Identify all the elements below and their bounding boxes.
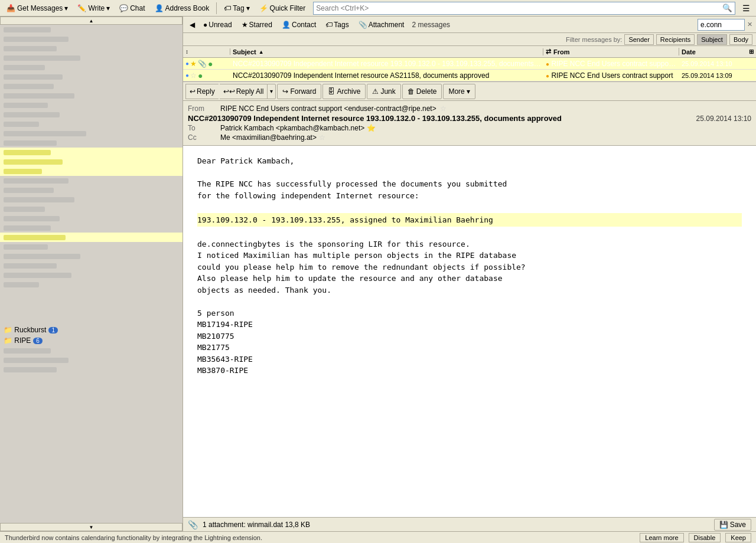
list-item[interactable] <box>0 176 183 185</box>
filter-tags-button[interactable]: 🏷 Tags <box>321 19 353 31</box>
list-item[interactable] <box>0 214 183 223</box>
list-item[interactable] <box>0 53 183 63</box>
msg-subject[interactable]: NCC#2013090709 Independent Internet reso… <box>230 71 543 80</box>
keep-button[interactable]: Keep <box>725 533 751 542</box>
list-item[interactable] <box>0 148 183 157</box>
list-item[interactable] <box>0 34 183 44</box>
list-item[interactable] <box>0 261 183 270</box>
sidebar-folder-ripe[interactable]: 📁 RIPE 6 <box>0 335 183 346</box>
list-item[interactable] <box>0 100 183 110</box>
list-item[interactable] <box>0 355 183 365</box>
get-messages-arrow[interactable]: ▾ <box>64 4 68 12</box>
write-button[interactable]: ✏️ Write ▾ <box>73 1 114 15</box>
sidebar-scroll-up[interactable]: ▲ <box>0 17 183 25</box>
star-icon[interactable]: ☆ <box>190 71 197 80</box>
list-item[interactable] <box>0 185 183 195</box>
filter-unread-button[interactable]: ● Unread <box>199 19 236 31</box>
list-item[interactable] <box>0 63 183 72</box>
star-icon[interactable]: ☆ <box>440 104 447 113</box>
filter-clear-button[interactable]: ✕ <box>747 21 752 28</box>
filter-attachment-button[interactable]: 📎 Attachment <box>354 19 409 31</box>
list-item[interactable] <box>0 72 183 81</box>
msg-from-text: RIPE NCC End Users contract support <box>551 71 673 80</box>
address-book-button[interactable]: 👤 Address Book <box>151 1 214 15</box>
search-input[interactable] <box>314 4 720 12</box>
reply-all-arrow-button[interactable]: ▾ <box>267 84 276 99</box>
write-arrow[interactable]: ▾ <box>106 4 110 12</box>
list-item[interactable] <box>0 91 183 100</box>
col-subject-header[interactable]: Subject ▲ <box>230 48 543 55</box>
save-label: Save <box>730 521 746 529</box>
list-item[interactable] <box>0 270 183 280</box>
email-body[interactable]: Dear Patrick Kambach, The RIPE NCC has s… <box>183 146 756 517</box>
list-item[interactable] <box>0 251 183 261</box>
hamburger-menu-button[interactable]: ☰ <box>739 2 754 14</box>
msg-from[interactable]: ● RIPE NCC End Users contract support <box>543 71 679 80</box>
archive-button[interactable]: 🗄 Archive <box>322 84 366 99</box>
junk-button[interactable]: ⚠ Junk <box>367 84 400 99</box>
table-row[interactable]: ● ☆ ● NCC#2013090709 Independent Interne… <box>183 70 756 81</box>
sidebar-scroll-down[interactable]: ▼ <box>0 523 183 531</box>
delete-icon: 🗑 <box>408 87 415 96</box>
sidebar-folder-ruckburst[interactable]: 📁 Ruckburst 1 <box>0 325 183 335</box>
filterby-row: Filter messages by: Sender Recipients Su… <box>183 33 756 46</box>
list-item[interactable] <box>0 166 183 176</box>
attachment-icon: 📎 <box>188 520 198 529</box>
delete-button[interactable]: 🗑 Delete <box>402 84 442 99</box>
filterby-subject-button[interactable]: Subject <box>697 34 727 45</box>
list-item[interactable] <box>0 365 183 374</box>
msg-subject[interactable]: NCC#2013090709 Independent Internet reso… <box>230 60 543 68</box>
attachment-indicator-icon: 📎 <box>198 60 207 68</box>
list-item[interactable] <box>0 44 183 53</box>
list-item[interactable] <box>0 280 183 289</box>
filterby-sender-button[interactable]: Sender <box>624 34 653 45</box>
read-status-icon: ● <box>185 60 189 67</box>
learn-more-button[interactable]: Learn more <box>640 533 683 542</box>
tag-arrow[interactable]: ▾ <box>246 4 250 12</box>
save-button[interactable]: 💾 Save <box>714 519 751 531</box>
list-item[interactable] <box>0 242 183 251</box>
filter-search-input[interactable] <box>698 19 745 31</box>
list-item[interactable] <box>0 119 183 129</box>
filterby-recipients-button[interactable]: Recipients <box>656 34 695 45</box>
more-button[interactable]: More ▾ <box>443 84 475 99</box>
sort-icon: ↕ <box>185 48 188 55</box>
reply-button[interactable]: ↩ Reply <box>185 84 219 99</box>
folder-name: Ruckburst <box>14 326 46 334</box>
col-date-header[interactable]: Date ⊞ <box>679 48 756 55</box>
list-item[interactable] <box>0 110 183 119</box>
list-item[interactable] <box>0 223 183 233</box>
table-row[interactable]: ● ★ 📎 ● NCC#2013090709 Independent Inter… <box>183 58 756 70</box>
list-item[interactable] <box>0 129 183 138</box>
tag-color-icon: ● <box>208 59 213 68</box>
list-item[interactable] <box>0 81 183 91</box>
back-button[interactable]: ◀ <box>187 18 198 32</box>
cc-star-icon[interactable]: ☆ <box>319 133 325 142</box>
to-star-icon[interactable]: ⭐ <box>367 124 376 132</box>
forward-button[interactable]: ↪ Forward <box>277 84 321 99</box>
disable-button[interactable]: Disable <box>689 533 721 542</box>
tag-button[interactable]: 🏷 Tag ▾ <box>220 1 253 15</box>
list-item[interactable] <box>0 195 183 204</box>
get-messages-button[interactable]: 📥 Get Messages ▾ <box>2 1 72 15</box>
status-bar-actions: Learn more Disable Keep <box>640 533 751 542</box>
filterby-body-button[interactable]: Body <box>729 34 752 45</box>
chat-button[interactable]: 💬 Chat <box>115 1 149 15</box>
star-icon[interactable]: ★ <box>190 60 197 68</box>
filter-attachment-label: Attachment <box>369 21 405 29</box>
list-item[interactable] <box>0 25 183 34</box>
list-item[interactable] <box>0 346 183 355</box>
col-expand-icon[interactable]: ⊞ <box>749 48 754 55</box>
list-item[interactable] <box>0 233 183 242</box>
filter-contact-button[interactable]: 👤 Contact <box>278 19 320 31</box>
col-from-header[interactable]: ⇄ From <box>543 48 679 55</box>
list-item[interactable] <box>0 138 183 148</box>
msg-from[interactable]: ● RIPE NCC End Users contract support 🔒 <box>543 60 679 68</box>
list-item[interactable] <box>0 204 183 214</box>
reply-all-button[interactable]: ↩↩ Reply All <box>220 84 268 99</box>
body-highlight-line: 193.109.132.0 - 193.109.133.255, assigne… <box>197 213 742 227</box>
search-submit-button[interactable]: 🔍 <box>720 2 735 14</box>
filter-starred-button[interactable]: ★ Starred <box>237 19 276 31</box>
quick-filter-button[interactable]: ⚡ Quick Filter <box>255 1 310 15</box>
list-item[interactable] <box>0 157 183 166</box>
